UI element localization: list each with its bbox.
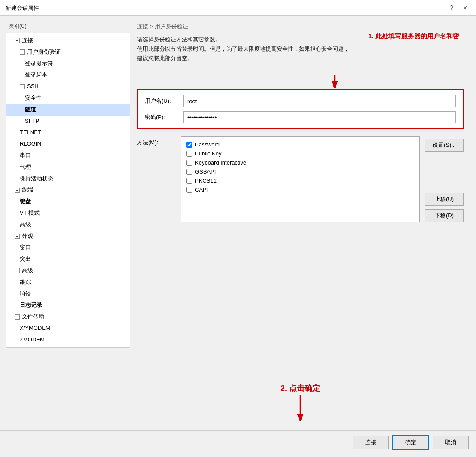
password-label: 密码(P):	[145, 113, 183, 121]
sidebar-item-vt-mode[interactable]: VT 模式	[6, 207, 130, 219]
method-label: 方法(M):	[137, 136, 176, 222]
method-publickey-checkbox[interactable]	[186, 151, 192, 157]
method-gssapi-checkbox[interactable]	[186, 169, 192, 175]
sidebar-tree: − 连接 − 用户身份验证 登录提示符 登录脚本 − SSH 安全性 隧道 SF…	[6, 33, 130, 348]
method-pkcs11-checkbox[interactable]	[186, 178, 192, 184]
method-pkcs11[interactable]: PKCS11	[186, 176, 414, 185]
sidebar-item-bell[interactable]: 响铃	[6, 288, 130, 300]
category-label: 类别(C):	[6, 21, 130, 32]
username-label: 用户名(U):	[145, 97, 183, 105]
dialog: 新建会话属性 ? × 类别(C): − 连接 − 用户身份验证 登录提示	[0, 0, 476, 457]
dialog-title: 新建会话属性	[6, 4, 39, 12]
title-bar: 新建会话属性 ? ×	[0, 0, 476, 16]
cancel-button[interactable]: 取消	[433, 436, 469, 449]
sidebar-item-user-auth[interactable]: − 用户身份验证	[6, 46, 130, 58]
sidebar-item-label-advanced: 高级	[22, 266, 33, 275]
method-password[interactable]: Password	[186, 140, 414, 149]
sidebar-item-tunnel[interactable]: 隧道	[6, 104, 130, 116]
form-section: 用户名(U): 密码(P):	[137, 89, 464, 129]
sidebar-item-highlight[interactable]: 突出	[6, 253, 130, 265]
expand-icon-terminal: −	[15, 188, 20, 193]
sidebar-item-sftp[interactable]: SFTP	[6, 116, 130, 127]
title-bar-buttons: ? ×	[446, 3, 470, 13]
sidebar-item-label-userauth: 用户身份验证	[27, 48, 61, 57]
annotation-2-area: 2. 点击确定	[137, 229, 464, 425]
help-button[interactable]: ?	[446, 3, 457, 13]
sidebar-item-label-ssh: SSH	[27, 82, 39, 91]
username-input[interactable]	[183, 95, 456, 107]
description-area: 1. 此处填写服务器的用户名和密 请选择身份验证方法和其它参数。 使用此部分以节…	[137, 35, 464, 71]
annotation-2-text: 2. 点击确定	[281, 383, 320, 393]
description-line3: 建议您将此部分留空。	[137, 54, 464, 63]
ok-button[interactable]: 确定	[392, 435, 429, 450]
password-row: 密码(P):	[145, 111, 456, 123]
method-buttons: 设置(S)... 上移(U) 下移(D)	[425, 136, 464, 222]
method-capi-checkbox[interactable]	[186, 187, 192, 193]
sidebar-item-xymodem[interactable]: X/YMODEM	[6, 323, 130, 334]
username-row: 用户名(U):	[145, 95, 456, 107]
connect-button[interactable]: 连接	[353, 436, 389, 449]
sidebar-item-terminal[interactable]: − 终端	[6, 184, 130, 196]
right-content: 连接 > 用户身份验证 1. 此处填写服务器的用户名和密 请选择身份验证方法和其…	[137, 21, 464, 425]
sidebar-item-proxy[interactable]: 代理	[6, 161, 130, 173]
method-ki-checkbox[interactable]	[186, 160, 192, 166]
move-down-button[interactable]: 下移(D)	[425, 209, 464, 222]
arrow-2-svg	[290, 395, 311, 421]
method-list: Password Public Key Keyboard Interactive	[181, 136, 420, 222]
sidebar-item-label-filetransfer: 文件传输	[22, 312, 44, 321]
expand-icon-ssh: −	[20, 84, 25, 89]
method-pkcs11-label: PKCS11	[195, 177, 217, 184]
arrow-area-1	[137, 75, 464, 88]
sidebar-item-label-terminal: 终端	[22, 186, 33, 195]
method-publickey[interactable]: Public Key	[186, 149, 414, 158]
method-keyboard-interactive[interactable]: Keyboard Interactive	[186, 158, 414, 167]
annotation-2-block: 2. 点击确定	[137, 383, 464, 421]
annotation-1-text: 1. 此处填写服务器的用户名和密	[368, 32, 459, 40]
move-up-button[interactable]: 上移(U)	[425, 193, 464, 206]
right-panel: 连接 > 用户身份验证 1. 此处填写服务器的用户名和密 请选择身份验证方法和其…	[130, 21, 470, 425]
settings-button[interactable]: 设置(S)...	[425, 139, 464, 152]
method-capi-label: CAPI	[195, 186, 208, 193]
arrow-1-svg	[326, 75, 343, 88]
sidebar-item-appearance[interactable]: − 外观	[6, 231, 130, 242]
sidebar-item-log[interactable]: 日志记录	[6, 299, 130, 311]
sidebar-item-advanced[interactable]: − 高级	[6, 265, 130, 277]
breadcrumb: 连接 > 用户身份验证	[137, 23, 464, 30]
sidebar-item-advanced-terminal[interactable]: 高级	[6, 219, 130, 231]
sidebar-item-ssh[interactable]: − SSH	[6, 81, 130, 92]
sidebar-item-trace[interactable]: 跟踪	[6, 277, 130, 288]
sidebar-item-serial[interactable]: 串口	[6, 150, 130, 161]
expand-icon-connection: −	[15, 38, 20, 43]
sidebar-item-window[interactable]: 窗口	[6, 242, 130, 253]
sidebar-item-keyboard[interactable]: 键盘	[6, 196, 130, 207]
sidebar-item-keepalive[interactable]: 保持活动状态	[6, 173, 130, 185]
expand-icon-filetransfer: −	[15, 314, 20, 320]
method-password-label: Password	[195, 141, 220, 148]
sidebar-item-login-prompt[interactable]: 登录提示符	[6, 58, 130, 70]
method-ki-label: Keyboard Interactive	[195, 159, 246, 166]
expand-icon-userauth: −	[20, 49, 25, 55]
sidebar-item-telnet[interactable]: TELNET	[6, 127, 130, 138]
password-input[interactable]	[183, 111, 456, 123]
dialog-body: 类别(C): − 连接 − 用户身份验证 登录提示符 登录脚本 − SSH	[0, 16, 476, 430]
sidebar-item-rlogin[interactable]: RLOGIN	[6, 138, 130, 150]
sidebar-item-label-connection: 连接	[22, 36, 33, 45]
sidebar-item-login-script[interactable]: 登录脚本	[6, 69, 130, 81]
method-gssapi[interactable]: GSSAPI	[186, 167, 414, 176]
dialog-footer: 连接 确定 取消	[0, 430, 476, 457]
method-section: 方法(M): Password Public Key Keyboard I	[137, 136, 464, 222]
method-capi[interactable]: CAPI	[186, 185, 414, 194]
sidebar-item-security[interactable]: 安全性	[6, 92, 130, 104]
expand-icon-advanced: −	[15, 268, 20, 273]
sidebar-item-connection[interactable]: − 连接	[6, 35, 130, 46]
sidebar-item-zmodem[interactable]: ZMODEM	[6, 334, 130, 346]
method-publickey-label: Public Key	[195, 150, 221, 157]
expand-icon-appearance: −	[15, 234, 20, 239]
method-gssapi-label: GSSAPI	[195, 168, 216, 175]
sidebar-item-label-appearance: 外观	[22, 232, 33, 241]
sidebar-item-filetransfer[interactable]: − 文件传输	[6, 311, 130, 323]
method-password-checkbox[interactable]	[186, 142, 192, 148]
close-button[interactable]: ×	[460, 3, 470, 13]
description-line2: 使用此部分以节省登录时间。但是，为了最大限度地提高安全性，如果担心安全问题，	[137, 44, 464, 54]
